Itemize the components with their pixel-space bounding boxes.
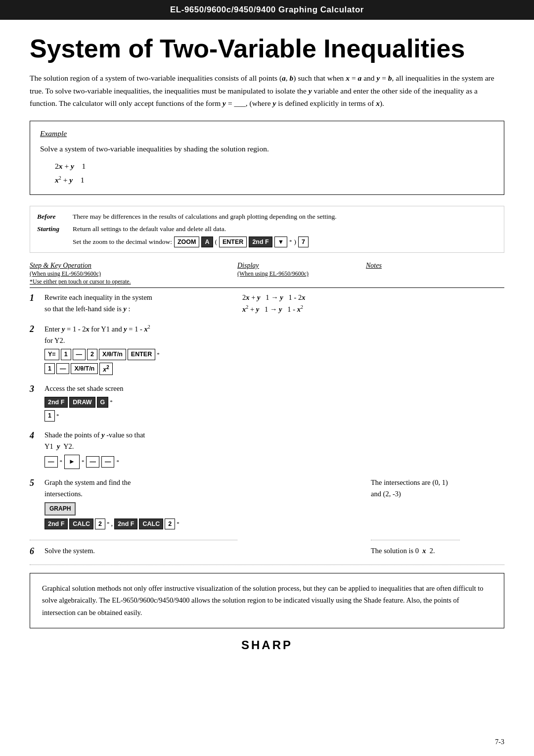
step-content-3: Access the set shade screen 2nd F DRAW G… (44, 383, 237, 422)
step-content-2: Enter y = 1 - 2x for Y1 and y = 1 - x2 f… (44, 323, 237, 375)
minus-key1: — (73, 349, 86, 360)
divider-dotted (30, 565, 504, 565)
before-starting-box: Before There may be differences in the r… (30, 206, 504, 252)
minus-shade2: — (86, 456, 99, 467)
step-notes-6: The solution is 0 x 2. (366, 545, 494, 557)
step-number-4: 4 (30, 429, 44, 441)
two-key: 2 (87, 349, 97, 360)
step-row-5: 5 Graph the system and find the intersec… (30, 477, 504, 530)
step-number-2: 2 (30, 323, 44, 334)
step-content-1: Rewrite each inequality in the system so… (44, 292, 237, 315)
tri-key: ► (64, 455, 80, 469)
step-notes-5: The intersections are (0, 1) and (2, -3) (366, 477, 494, 500)
page-title: System of Two-Variable Inequalities (30, 35, 504, 63)
step-sub: (When using EL-9650/9600c) (30, 270, 101, 277)
zoom-key: ZOOM (174, 236, 200, 247)
before-text: There may be differences in the results … (73, 211, 497, 222)
col-step-header: Step & Key Operation (When using EL-9650… (30, 262, 237, 285)
step5-keys-row1: GRAPH (44, 502, 237, 516)
page-number: 7-3 (495, 738, 504, 746)
footer-text: Graphical solution methods not only offe… (42, 584, 484, 616)
two-key5a: 2 (95, 519, 105, 529)
graph-key: GRAPH (44, 502, 76, 516)
step-display-1: 2x + y 1 → y 1 - 2x x2 + y 1 → y 1 - x2 (237, 292, 366, 315)
example-box: Example Solve a system of two-variable i… (30, 121, 504, 195)
two-key5b: 2 (165, 519, 175, 529)
notes-label: Notes (366, 262, 382, 269)
seven-key: 7 (298, 236, 309, 247)
2ndf-key3: 2nd F (44, 397, 68, 408)
starting-text: Return all settings to the default value… (73, 224, 497, 235)
col-display-header: Display (When using EL-9650/9600c) (237, 262, 366, 285)
starting-label: Starting (37, 224, 67, 235)
steps-section: 1 Rewrite each inequality in the system … (30, 292, 504, 557)
enter-key2: ENTER (128, 349, 155, 360)
one-key2: 1 (44, 363, 55, 374)
step-row-1: 1 Rewrite each inequality in the system … (30, 292, 504, 315)
display-label: Display (237, 262, 259, 269)
step-row-2: 2 Enter y = 1 - 2x for Y1 and y = 1 - x2… (30, 323, 504, 375)
enter-key: ENTER (219, 236, 247, 247)
step3-keys-row1: 2nd F DRAW G * (44, 397, 237, 408)
2ndf-key5b: 2nd F (114, 519, 137, 529)
footer-box: Graphical solution methods not only offe… (30, 573, 504, 628)
columns-header: Step & Key Operation (When using EL-9650… (30, 262, 504, 288)
one-key: 1 (61, 349, 71, 360)
example-label: Example (40, 129, 67, 138)
minus-shade1: — (44, 456, 58, 467)
draw-key: DRAW (69, 397, 95, 408)
step-number-3: 3 (30, 383, 44, 394)
step-content-5: Graph the system and find the intersecti… (44, 477, 237, 530)
display-sub: (When using EL-9650/9600c) (237, 270, 309, 277)
step-row-6: 6 Solve the system. The solution is 0 x … (30, 545, 504, 557)
step3-keys-row2: 1 * (44, 410, 237, 421)
step-number-6: 6 (30, 545, 44, 557)
step-row-4: 4 Shade the points of y -value so that Y… (30, 429, 504, 469)
minus-key2: — (56, 363, 70, 374)
calc-key5b: CALC (139, 519, 163, 529)
before-label: Before (37, 211, 67, 222)
xOTn-key2: X/θ/T/n (71, 363, 98, 374)
xsq-key: x2 (99, 363, 113, 375)
minus-shade3: — (101, 456, 115, 467)
2ndf-key: 2nd F (249, 236, 272, 247)
step-number-1: 1 (30, 292, 44, 303)
step-content-4: Shade the points of y -value so that Y1 … (44, 429, 237, 469)
one-key3: 1 (44, 410, 55, 421)
step-row-3: 3 Access the set shade screen 2nd F DRAW… (30, 383, 504, 422)
step2-keys-row1: Y= 1 — 2 X/θ/T/n ENTER * (44, 349, 237, 360)
step-content-6: Solve the system. (44, 545, 237, 557)
header-bar: EL-9650/9600c/9450/9400 Graphing Calcula… (0, 0, 534, 20)
step-label: Step & Key Operation (30, 262, 91, 269)
step-note: *Use either pen touch or cursor to opera… (30, 278, 131, 285)
example-equations: 2x + y 1 x2 + y 1 (55, 159, 494, 187)
2ndf-key5a: 2nd F (44, 519, 68, 529)
step5-keys-row2: 2nd F CALC 2 * , 2nd F CALC 2 * (44, 518, 237, 529)
sharp-logo: SHARP (30, 638, 504, 652)
g-key: G (97, 397, 109, 408)
zoom-row: Set the zoom to the decimal window: ZOOM… (73, 236, 497, 247)
y-eq-key: Y= (44, 349, 59, 360)
intro-text: The solution region of a system of two-v… (30, 72, 504, 110)
step4-keys-row1: — * ► * — — * (44, 455, 237, 469)
calc-key5a: CALC (69, 519, 93, 529)
down-key: ▼ (274, 236, 287, 247)
step2-keys-row2: 1 — X/θ/T/n x2 (44, 363, 237, 375)
example-description: Solve a system of two-variable inequalit… (40, 143, 494, 155)
xOTn-key: X/θ/T/n (99, 349, 126, 360)
step-number-5: 5 (30, 477, 44, 488)
a-key: A (201, 236, 213, 247)
header-title: EL-9650/9600c/9450/9400 Graphing Calcula… (170, 5, 364, 14)
col-notes-header: Notes (366, 262, 494, 285)
